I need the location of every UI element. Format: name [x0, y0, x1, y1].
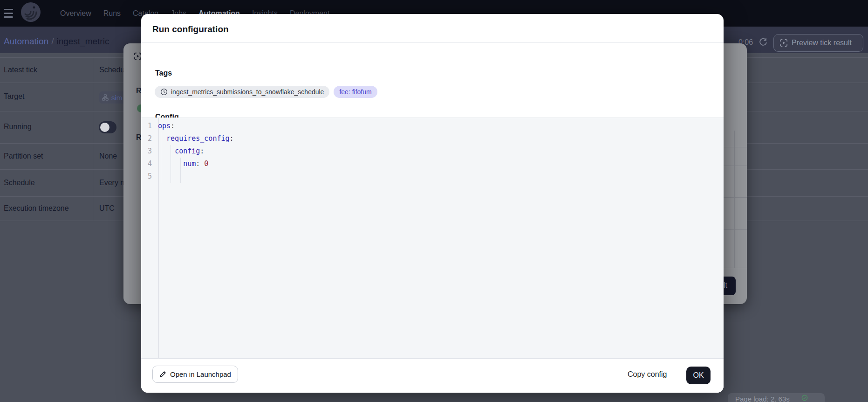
breadcrumb-schedule-name: ingest_metric: [56, 36, 109, 46]
breadcrumb-separator: /: [48, 36, 56, 46]
code-line: 2 requires_config:: [141, 132, 724, 145]
pencil-icon: [159, 371, 166, 378]
preview-tick-icon: [134, 52, 142, 60]
open-in-launchpad-label: Open in Launchpad: [170, 370, 231, 378]
breadcrumb: Automation/ingest_metric: [4, 36, 109, 47]
page-load-badge: Page load: 2. 63s: [728, 393, 825, 402]
dialog-table-divider: [720, 166, 747, 166]
row-label-target: Target: [4, 92, 24, 101]
code-text: requires_config:: [155, 132, 234, 145]
dialog-text-fragment: R: [136, 133, 142, 142]
copy-config-button[interactable]: Copy config: [628, 370, 667, 379]
preview-tick-icon: [779, 39, 788, 47]
clock-icon: [160, 88, 168, 96]
line-number: 2: [141, 132, 155, 145]
nav-item-runs[interactable]: Runs: [103, 9, 121, 18]
row-label-execution-timezone: Execution timezone: [4, 204, 69, 213]
dialog-table-divider: [720, 229, 747, 230]
job-graph-icon: [102, 94, 109, 101]
config-editor-lines: 1ops:2 requires_config:3 config:4 num: 0…: [141, 120, 724, 183]
dialog-table-divider: [734, 131, 735, 268]
page-load-check-icon: [801, 395, 808, 401]
custom-tag-text: fee: fifofum: [339, 88, 371, 96]
schedule-tag-text: ingest_metrics_submissions_to_snowflake_…: [171, 88, 324, 96]
code-line: 5: [141, 170, 724, 183]
running-toggle[interactable]: [99, 121, 116, 133]
page-load-text: Page load: 2. 63s: [735, 395, 790, 402]
row-value-latest-tick: Schedu: [99, 66, 124, 74]
dialog-table-divider: [720, 197, 747, 198]
target-job-name: sim: [111, 94, 122, 102]
target-job-chip[interactable]: sim: [99, 91, 127, 104]
open-in-launchpad-button[interactable]: Open in Launchpad: [152, 366, 238, 383]
modal-footer: Open in Launchpad Copy config OK: [141, 359, 724, 393]
line-number: 5: [141, 170, 155, 183]
code-text: ops:: [155, 120, 175, 132]
ok-button[interactable]: OK: [686, 367, 711, 384]
tags-section-label: Tags: [155, 69, 172, 77]
column-divider: [93, 57, 93, 221]
modal-header-divider: [141, 42, 724, 43]
code-line: 3 config:: [141, 145, 724, 158]
code-text: config:: [155, 145, 204, 158]
row-label-partition-set: Partition set: [4, 152, 43, 160]
code-text: [155, 170, 158, 183]
code-line: 1ops:: [141, 120, 724, 132]
dagster-logo-icon[interactable]: [21, 2, 41, 22]
code-text: num: 0: [155, 158, 208, 170]
dialog-table-divider: [720, 147, 747, 147]
preview-tick-result-button[interactable]: Preview tick result: [773, 34, 863, 52]
tags-row: ingest_metrics_submissions_to_snowflake_…: [155, 86, 377, 98]
modal-title: Run configuration: [152, 24, 229, 35]
row-value-schedule: Every m: [99, 179, 127, 187]
line-number: 1: [141, 120, 155, 132]
hamburger-menu-icon[interactable]: [4, 9, 13, 18]
code-line: 4 num: 0: [141, 158, 724, 170]
row-value-execution-timezone: UTC: [99, 204, 115, 213]
run-configuration-modal: Run configuration Tags ingest_metrics_su…: [141, 14, 724, 393]
row-label-latest-tick: Latest tick: [4, 66, 37, 74]
dialog-footer-divider: [720, 268, 747, 268]
custom-tag: fee: fifofum: [334, 86, 377, 98]
nav-item-overview[interactable]: Overview: [60, 9, 91, 18]
config-editor[interactable]: 1ops:2 requires_config:3 config:4 num: 0…: [141, 118, 724, 359]
preview-tick-label: Preview tick result: [792, 39, 852, 47]
dialog-text-fragment: R: [136, 87, 142, 95]
toggle-knob: [100, 123, 109, 132]
row-label-schedule: Schedule: [4, 179, 35, 187]
row-label-running: Running: [4, 123, 32, 131]
breadcrumb-automation-link[interactable]: Automation: [4, 36, 48, 46]
line-number: 4: [141, 158, 155, 170]
row-value-partition-set: None: [99, 152, 117, 160]
line-number: 3: [141, 145, 155, 158]
refresh-icon[interactable]: [759, 37, 768, 47]
dialog-button-text-fragment: lt: [724, 281, 727, 290]
schedule-tag: ingest_metrics_submissions_to_snowflake_…: [155, 86, 329, 98]
